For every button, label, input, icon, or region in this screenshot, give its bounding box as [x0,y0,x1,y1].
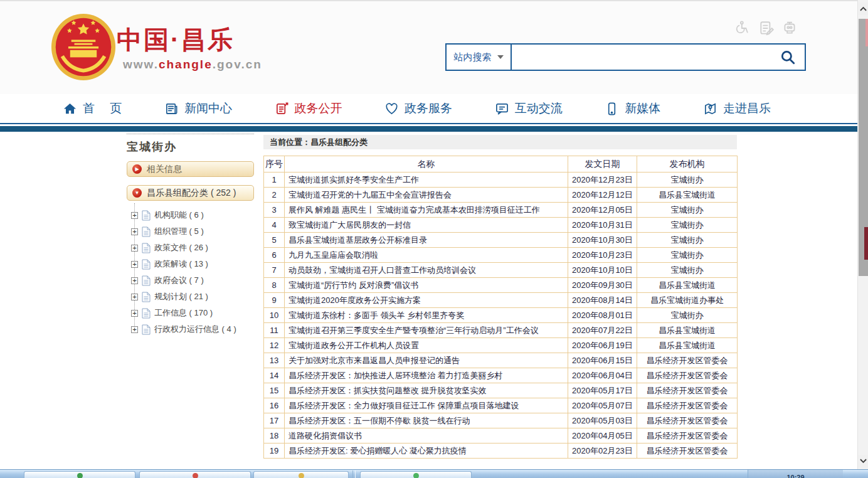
cell-title[interactable]: 致宝城街道广大居民朋友的一封信 [285,218,568,233]
sidebar-tree-item[interactable]: 组织管理 ( 5 ) [127,223,254,240]
taskbar-app-button-4[interactable] [360,471,472,478]
cell-title[interactable]: 昌乐经济开发区：加快推进人居环境整治 着力打造美丽乡村 [285,368,568,383]
national-emblem-icon [50,13,117,82]
cell-date: 2020年12月23日 [568,173,637,188]
accessibility-wheelchair-icon[interactable] [735,20,751,36]
cell-title[interactable]: 宝城街道政务公开工作机构人员设置 [285,338,568,353]
tree-expand-icon[interactable] [131,212,138,219]
sidebar: 宝城街办 ▶ 相关信息 ▼ 昌乐县组配分类 ( 252 ) 机构职能 ( 6 )… [127,134,254,337]
table-row: 9宝城街道2020年度政务公开实施方案2020年08月14日昌乐宝城街道办事处 [264,293,738,308]
cell-date: 2020年06月04日 [568,368,637,383]
tree-expand-icon[interactable] [131,310,138,317]
table-row: 1宝城街道抓实抓好冬季安全生产工作2020年12月23日宝城街办 [264,173,738,188]
search-input[interactable] [512,45,771,70]
cell-no: 6 [264,248,285,263]
cell-no: 15 [264,383,285,398]
cell-title[interactable]: 宝城街道召开党的十九届五中全会宣讲报告会 [285,188,568,203]
cell-org: 昌乐县宝城街道 [637,188,738,203]
col-header-no: 序号 [264,156,285,173]
nav-label: 首 页 [83,100,122,117]
sidebar-tree-item[interactable]: 机构职能 ( 6 ) [127,207,254,223]
search-button[interactable] [771,45,805,70]
cell-org: 昌乐经济开发区管委会 [637,398,738,413]
tree-expand-icon[interactable] [131,261,138,268]
cell-org: 宝城街办 [637,203,738,218]
chevron-down-icon [497,55,504,59]
sidebar-tree-item[interactable]: 工作信息 ( 170 ) [127,305,254,321]
taskbar-app-button-1[interactable] [24,471,135,478]
cell-org: 宝城街办 [637,248,738,263]
table-row: 12宝城街道政务公开工作机构人员设置2020年06月19日昌乐县宝城街道 [264,338,738,353]
nav-item-interaction[interactable]: 互动交流 [495,100,563,117]
col-header-org: 发布机构 [637,156,738,173]
sidebar-tree-item[interactable]: 政策解读 ( 13 ) [127,256,254,272]
cell-title[interactable]: 宝城街道召开第三季度安全生产暨专项整治“三年行动启动月”工作会议 [285,323,568,338]
scrollbar-up-arrow-icon[interactable] [858,3,868,15]
cell-title[interactable]: 动员鼓劲，宝城街道召开人口普查工作动员培训会议 [285,263,568,278]
nav-item-home[interactable]: 首 页 [63,100,122,117]
sidebar-tree-item[interactable]: 规划计划 ( 21 ) [127,289,254,305]
cell-title[interactable]: 昌乐经济开发区：五一假期不停歇 脱贫一线在行动 [285,413,568,428]
cell-org: 宝城街办 [637,263,738,278]
tree-expand-icon[interactable] [131,294,138,300]
document-icon [142,210,151,221]
scrollbar-down-arrow-icon[interactable] [858,455,868,467]
cell-title[interactable]: 昌乐经济开发区：全力做好项目征迁工作 保障重点项目落地建设 [285,398,568,413]
nav-label: 新媒体 [625,100,660,117]
document-table: 序号 名称 发文日期 发布机构 1宝城街道抓实抓好冬季安全生产工作2020年12… [263,156,738,459]
sidebar-tree-item[interactable]: 行政权力运行信息 ( 4 ) [127,321,254,337]
cell-title[interactable]: 昌乐县宝城街道基层政务公开标准目录 [285,233,568,248]
site-logo[interactable]: 中国·昌乐 www.changle.gov.cn [50,11,320,87]
main-content: 当前位置：昌乐县组配分类 序号 名称 发文日期 发布机构 1宝城街道抓实抓好冬季… [263,135,737,459]
cell-org: 宝城街办 [637,173,738,188]
header-blue-band [0,126,857,132]
taskbar-app-button-2[interactable] [139,471,251,478]
cell-org: 宝城街办 [637,308,738,323]
tree-expand-icon[interactable] [131,228,138,235]
nav-item-about-changle[interactable]: 走进昌乐 [703,100,771,117]
nav-item-gov-disclosure[interactable]: 政务公开 [275,100,342,117]
search-scope-select[interactable]: 站内搜索 [447,45,512,70]
taskbar-app-button-3[interactable] [253,471,349,478]
taskbar-clock[interactable]: 10:29 [748,470,843,478]
cell-no: 3 [264,203,285,218]
cell-date: 2020年05月17日 [568,383,637,398]
cell-title[interactable]: 宝城街道2020年度政务公开实施方案 [285,293,568,308]
cell-date: 2020年05月07日 [568,398,637,413]
cell-title[interactable]: 昌乐经济开发区：抓实扶贫问题整改 提升脱贫攻坚实效 [285,383,568,398]
cell-no: 4 [264,218,285,233]
cell-title[interactable]: 宝城街道抓实抓好冬季安全生产工作 [285,173,568,188]
cell-date: 2020年08月14日 [568,293,637,308]
sidebar-tree-item[interactable]: 政策文件 ( 26 ) [127,240,254,256]
nav-item-news-center[interactable]: 新闻中心 [164,100,232,117]
tree-expand-icon[interactable] [131,326,138,333]
table-row: 2宝城街道召开党的十九届五中全会宣讲报告会2020年12月12日昌乐县宝城街道 [264,188,738,203]
cell-title[interactable]: 道路硬化捐资倡议书 [285,428,568,443]
cell-title[interactable]: 关于加强对北京市来昌返昌人员申报登记的通告 [285,353,568,368]
tree-expand-icon[interactable] [131,245,138,252]
table-row: 8宝城街道“厉行节约 反对浪费”倡议书2020年09月30日昌乐县宝城街道 [264,278,738,293]
cell-org: 昌乐县宝城街道 [637,338,738,353]
cell-title[interactable]: 宝城街道“厉行节约 反对浪费”倡议书 [285,278,568,293]
form-edit-icon[interactable] [758,20,775,36]
cell-no: 11 [264,323,285,338]
cell-date: 2020年10月31日 [568,218,637,233]
nav-item-gov-services[interactable]: 政务服务 [384,100,452,117]
tree-expand-icon[interactable] [131,277,138,284]
table-row: 18道路硬化捐资倡议书2020年04月05日昌乐经济开发区管委会 [264,428,738,443]
cell-title[interactable]: 展作风 解难题 惠民生丨 宝城街道奋力完成基本农田排涝项目征迁工作 [285,203,568,218]
table-row: 17昌乐经济开发区：五一假期不停歇 脱贫一线在行动2020年05月03日昌乐经济… [264,413,738,428]
cell-title[interactable]: 宝城街道东徐村：多面手 领头羊 乡村邻里齐夸奖 [285,308,568,323]
nav-item-new-media[interactable]: 新媒体 [605,100,660,117]
cell-title[interactable]: 九月九玉皇庙庙会取消啦 [285,248,568,263]
cell-org: 宝城街办 [637,218,738,233]
robot-assistant-icon[interactable] [781,20,798,36]
cell-date: 2020年09月30日 [568,278,637,293]
related-info-button[interactable]: ▶ 相关信息 [127,161,254,177]
cell-title[interactable]: 昌乐经济开发区: 爱心捐赠暖人心 凝心聚力抗疫情 [285,443,568,459]
green-dot-app-icon [413,473,419,478]
cell-date: 2020年04月05日 [568,428,637,443]
gov-document-icon [275,102,289,116]
category-group-button[interactable]: ▼ 昌乐县组配分类 ( 252 ) [127,185,254,201]
sidebar-tree-item[interactable]: 政府会议 ( 7 ) [127,272,254,289]
